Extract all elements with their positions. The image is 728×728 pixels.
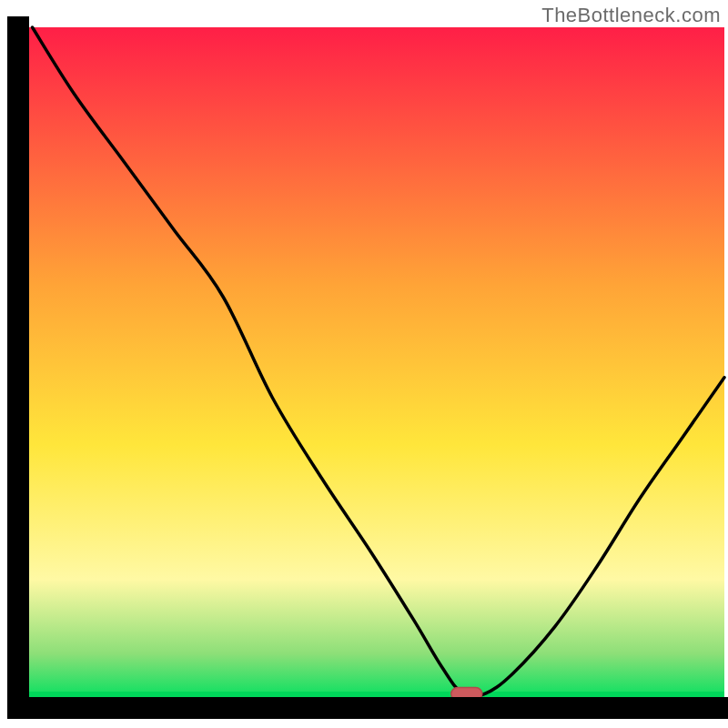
- chart-svg: [0, 0, 728, 728]
- gradient-background: [18, 27, 724, 701]
- chart-stage: TheBottleneck.com: [0, 0, 728, 728]
- watermark-text: TheBottleneck.com: [541, 4, 721, 27]
